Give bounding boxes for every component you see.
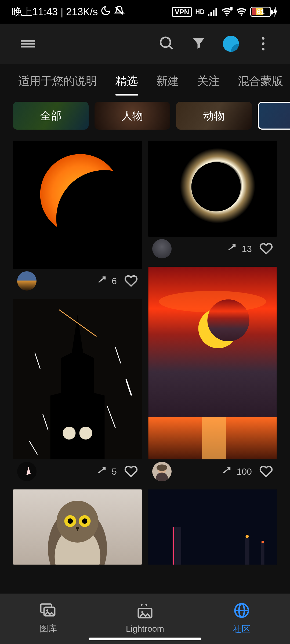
filter-button[interactable] [183, 28, 215, 60]
wifi-icon: + [221, 7, 233, 16]
tab-for-you[interactable]: 适用于您的说明 [9, 64, 106, 98]
svg-rect-43 [173, 527, 174, 565]
remix-icon[interactable] [96, 466, 108, 477]
menu-button[interactable] [12, 28, 44, 60]
tab-blend[interactable]: 混合蒙版 [229, 64, 290, 98]
home-indicator[interactable] [89, 638, 201, 640]
category-chips[interactable]: 全部 人物 动物 夜 [0, 98, 290, 133]
nav-community[interactable]: 社区 [193, 594, 290, 644]
remix-count: 5 [112, 466, 117, 477]
svg-text:+: + [231, 7, 233, 10]
tab-label: 精选 [115, 74, 138, 89]
like-button[interactable] [259, 242, 273, 255]
feed-column-right: 13 [148, 141, 277, 565]
chip-all[interactable]: 全部 [13, 102, 89, 130]
svg-rect-2 [213, 10, 215, 16]
app-toolbar [0, 24, 290, 64]
nav-label: 社区 [233, 623, 250, 635]
feed-image[interactable] [148, 267, 277, 459]
notification-off-icon [114, 5, 125, 19]
nav-library[interactable]: 图库 [0, 594, 97, 644]
svg-point-52 [141, 611, 143, 613]
svg-rect-3 [215, 8, 217, 16]
bottom-nav: 图库 Lightroom 社区 [0, 594, 290, 644]
feed-image[interactable] [13, 489, 142, 565]
funnel-icon [191, 36, 206, 52]
tab-label: 适用于您的说明 [18, 74, 97, 89]
feed-image[interactable] [13, 141, 142, 269]
search-button[interactable] [150, 28, 183, 60]
feed-column-left: 6 [13, 141, 142, 565]
status-right: VPN HD + 61 [172, 7, 278, 17]
nav-lightroom[interactable]: Lightroom [97, 594, 193, 644]
svg-point-45 [246, 535, 249, 538]
chip-people[interactable]: 人物 [95, 102, 170, 130]
feed-card: 6 [13, 141, 142, 293]
remix-count: 100 [237, 466, 252, 477]
svg-rect-0 [208, 14, 209, 16]
like-button[interactable] [124, 274, 138, 288]
feed-meta: 13 [148, 237, 277, 261]
wifi-icon-2 [236, 7, 247, 16]
like-button[interactable] [124, 465, 138, 478]
svg-line-8 [169, 46, 172, 49]
top-tabs: 适用于您的说明 精选 新建 关注 混合蒙版 [0, 64, 290, 98]
svg-point-14 [79, 427, 92, 440]
vpn-badge: VPN [172, 7, 192, 17]
remix-icon[interactable] [226, 243, 238, 255]
status-bar: 晚上11:43 | 213K/s VPN HD + 61 [0, 0, 290, 24]
svg-point-26 [68, 518, 73, 524]
remix-icon[interactable] [221, 466, 233, 477]
like-button[interactable] [259, 465, 273, 478]
svg-point-30 [191, 162, 241, 211]
moon-icon [100, 5, 111, 19]
author-avatar[interactable] [17, 271, 37, 291]
tab-label: 关注 [197, 74, 220, 89]
svg-point-50 [46, 609, 48, 612]
chip-animals[interactable]: 动物 [176, 102, 252, 130]
battery-icon: 61 [250, 7, 278, 17]
nav-label: 图库 [40, 623, 57, 635]
feed-image[interactable] [13, 299, 142, 459]
remix-icon[interactable] [96, 275, 108, 287]
author-avatar[interactable] [17, 462, 37, 481]
feed-image[interactable] [148, 141, 277, 237]
hd-icon: HD [195, 8, 205, 16]
nav-label: Lightroom [126, 624, 164, 634]
chip-night[interactable]: 夜 [258, 102, 290, 130]
feed-image[interactable] [148, 489, 277, 565]
search-icon [159, 35, 174, 52]
feed-card [13, 489, 142, 565]
svg-rect-44 [245, 538, 249, 565]
svg-point-35 [208, 299, 249, 341]
chip-label: 人物 [122, 108, 143, 123]
status-left: 晚上11:43 | 213K/s [12, 5, 125, 19]
hamburger-icon [21, 39, 35, 49]
tab-new[interactable]: 新建 [147, 64, 188, 98]
svg-point-39 [156, 473, 168, 481]
tab-featured[interactable]: 精选 [106, 64, 147, 98]
author-avatar[interactable] [152, 239, 172, 258]
svg-point-4 [226, 14, 227, 16]
tab-following[interactable]: 关注 [188, 64, 229, 98]
user-avatar-icon [223, 36, 239, 52]
tab-label: 混合蒙版 [238, 74, 283, 89]
svg-point-47 [262, 541, 264, 543]
feed-meta: 6 [13, 269, 142, 293]
profile-button[interactable] [215, 28, 247, 60]
feed-meta: 100 [148, 459, 277, 484]
svg-rect-41 [148, 489, 277, 565]
author-avatar[interactable] [152, 462, 172, 481]
feed-card: 13 [148, 141, 277, 261]
svg-point-40 [157, 464, 167, 471]
remix-count: 6 [112, 276, 117, 286]
signal-icon [208, 7, 218, 16]
svg-point-24 [57, 501, 99, 543]
library-icon [40, 603, 57, 620]
feed-card [148, 489, 277, 565]
svg-rect-37 [202, 417, 226, 459]
svg-rect-1 [211, 12, 212, 16]
tab-label: 新建 [156, 74, 179, 89]
svg-point-6 [241, 14, 242, 16]
more-button[interactable] [247, 28, 279, 60]
